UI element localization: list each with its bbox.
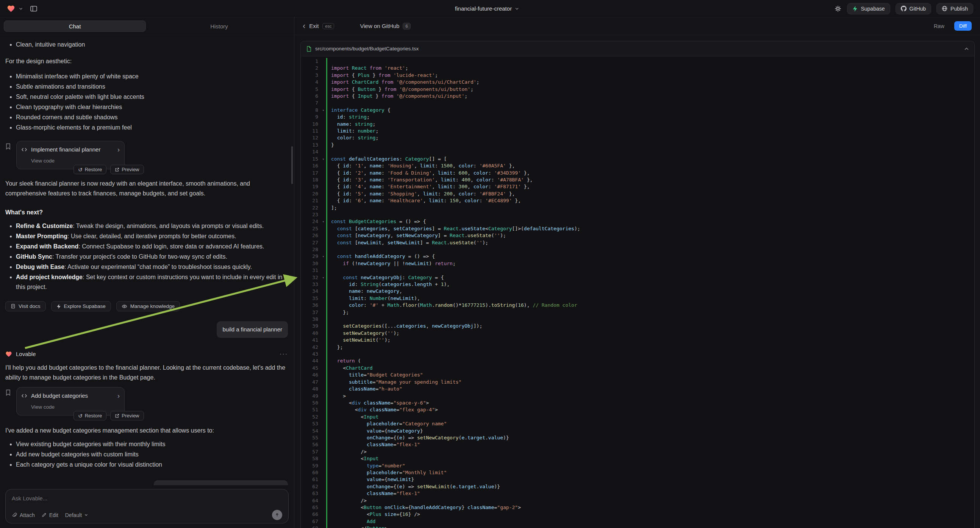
whats-next-list: Refine & Customize: Tweak the design, an… bbox=[5, 221, 288, 292]
line-number: 32 bbox=[301, 274, 320, 281]
project-menu-button[interactable]: financial-future-creator bbox=[455, 5, 519, 12]
preview-button[interactable]: Preview bbox=[110, 411, 143, 420]
code-line: 26 const [newCategory, setNewCategory] =… bbox=[301, 232, 974, 239]
code-line: 45 <ChartCard bbox=[301, 365, 974, 372]
code-line: 16 { id: '1', name: 'Housing', limit: 15… bbox=[301, 162, 974, 169]
code-text: color: string; bbox=[326, 134, 974, 141]
diff-toggle[interactable]: Diff bbox=[954, 21, 972, 31]
file-icon bbox=[306, 46, 312, 52]
restore-button[interactable]: ↺ Restore bbox=[73, 165, 107, 174]
line-number: 22 bbox=[301, 205, 320, 212]
fold-chevron-icon[interactable]: ▾ bbox=[320, 156, 326, 162]
line-number: 21 bbox=[301, 197, 320, 204]
settings-gear-icon[interactable] bbox=[834, 5, 842, 13]
fold-gutter bbox=[320, 148, 326, 155]
lovable-logo-icon[interactable] bbox=[7, 5, 15, 13]
fold-chevron-icon[interactable]: ▾ bbox=[320, 274, 326, 281]
fold-gutter bbox=[320, 337, 326, 344]
chat-tab-bar: Chat History bbox=[0, 17, 294, 35]
manage-knowledge-button[interactable]: Manage knowledge bbox=[116, 301, 180, 311]
chat-scrollbar[interactable] bbox=[291, 146, 293, 184]
code-line: 8▾interface Category { bbox=[301, 107, 974, 114]
line-number: 27 bbox=[301, 239, 320, 246]
line-number: 63 bbox=[301, 490, 320, 497]
code-icon bbox=[21, 147, 27, 152]
composer-toolbar: Attach Edit Default bbox=[9, 509, 285, 520]
fold-gutter bbox=[320, 316, 326, 323]
raw-toggle[interactable]: Raw bbox=[934, 23, 944, 29]
fold-chevron-icon[interactable]: ▾ bbox=[320, 107, 326, 114]
fold-gutter bbox=[320, 428, 326, 434]
code-text: setCategories([...categories, newCategor… bbox=[326, 323, 974, 329]
send-button[interactable] bbox=[272, 510, 282, 520]
code-line: 6import { Input } from '@/components/ui/… bbox=[301, 93, 974, 100]
back-chevron-icon[interactable]: ‹ bbox=[303, 22, 305, 30]
user-message-row: build a financial planner bbox=[5, 321, 288, 338]
code-line: 7 bbox=[301, 100, 974, 107]
line-number: 25 bbox=[301, 225, 320, 232]
line-number: 12 bbox=[301, 134, 320, 141]
code-text: value={newLimit} bbox=[326, 476, 974, 483]
fold-gutter bbox=[320, 476, 326, 483]
code-line: 40 setNewCategory(''); bbox=[301, 330, 974, 337]
code-line: 46 title="Budget Categories" bbox=[301, 372, 974, 379]
fold-gutter bbox=[320, 191, 326, 197]
sidebar-toggle-button[interactable] bbox=[30, 6, 37, 12]
line-number: 36 bbox=[301, 302, 320, 309]
code-text: { id: '6', name: 'Healthcare', limit: 15… bbox=[326, 197, 974, 204]
chevron-down-icon bbox=[84, 514, 88, 516]
chat-scroll-area[interactable]: Clean, intuitive navigation For the desi… bbox=[0, 35, 294, 485]
composer-input[interactable] bbox=[9, 491, 285, 507]
tab-history[interactable]: History bbox=[148, 21, 290, 32]
fold-gutter bbox=[320, 420, 326, 427]
code-text: color: '#' + Math.floor(Math.random()*16… bbox=[326, 302, 974, 309]
fold-gutter bbox=[320, 114, 326, 121]
fold-gutter bbox=[320, 58, 326, 65]
code-text: { id: '1', name: 'Housing', limit: 1500,… bbox=[326, 162, 974, 169]
bookmark-icon[interactable] bbox=[5, 143, 11, 149]
tool-card-title: Add budget categories bbox=[31, 391, 88, 401]
line-number: 49 bbox=[301, 393, 320, 399]
fold-gutter bbox=[320, 267, 326, 274]
code-editor[interactable]: 12import React from 'react';3import { Pl… bbox=[301, 56, 974, 528]
line-number: 15 bbox=[301, 156, 320, 162]
code-line: 61 value={newLimit} bbox=[301, 476, 974, 483]
code-line: 55 onChange={(e) => setNewCategory(e.tar… bbox=[301, 434, 974, 441]
preview-button[interactable]: Preview bbox=[110, 165, 143, 174]
code-text: ]; bbox=[326, 205, 974, 212]
code-text: const newCategoryObj: Category = { bbox=[326, 274, 974, 281]
fold-gutter bbox=[320, 239, 326, 246]
bookmark-icon[interactable] bbox=[5, 390, 11, 396]
mode-select-button[interactable]: Default bbox=[65, 512, 88, 518]
explore-supabase-button[interactable]: Explore Supabase bbox=[51, 301, 111, 311]
ready-paragraph: Your sleek financial planner is now read… bbox=[5, 179, 288, 199]
github-button[interactable]: GitHub bbox=[896, 3, 932, 14]
fold-gutter bbox=[320, 177, 326, 183]
fold-gutter bbox=[320, 309, 326, 316]
code-line: 33 id: String(categories.length + 1), bbox=[301, 281, 974, 288]
fold-gutter bbox=[320, 490, 326, 497]
supabase-button[interactable]: Supabase bbox=[847, 3, 890, 14]
fold-gutter bbox=[320, 134, 326, 141]
fold-gutter bbox=[320, 365, 326, 372]
code-line: 20 { id: '5', name: 'Shopping', limit: 2… bbox=[301, 191, 974, 197]
logo-menu-chevron-icon[interactable] bbox=[19, 7, 23, 10]
message-menu-button[interactable]: ··· bbox=[280, 349, 288, 359]
restore-button[interactable]: ↺ Restore bbox=[73, 411, 107, 420]
publish-button[interactable]: Publish bbox=[936, 3, 973, 14]
fold-gutter bbox=[320, 413, 326, 420]
file-card: src/components/budget/BudgetCategories.t… bbox=[301, 41, 975, 528]
visit-docs-button[interactable]: Visit docs bbox=[5, 301, 46, 311]
file-header[interactable]: src/components/budget/BudgetCategories.t… bbox=[301, 41, 974, 56]
attach-button[interactable]: Attach bbox=[12, 512, 35, 518]
view-on-github-button[interactable]: View on GitHub 6 bbox=[360, 23, 410, 30]
line-number: 53 bbox=[301, 420, 320, 427]
fold-chevron-icon[interactable]: ▾ bbox=[320, 218, 326, 225]
collapse-file-button[interactable] bbox=[964, 47, 969, 50]
fold-gutter bbox=[320, 483, 326, 490]
exit-button[interactable]: Exit bbox=[309, 23, 318, 29]
arrow-up-icon bbox=[275, 512, 280, 517]
tab-chat[interactable]: Chat bbox=[4, 21, 146, 32]
fold-chevron-icon[interactable]: ▾ bbox=[320, 253, 326, 260]
edit-button[interactable]: Edit bbox=[42, 512, 58, 518]
